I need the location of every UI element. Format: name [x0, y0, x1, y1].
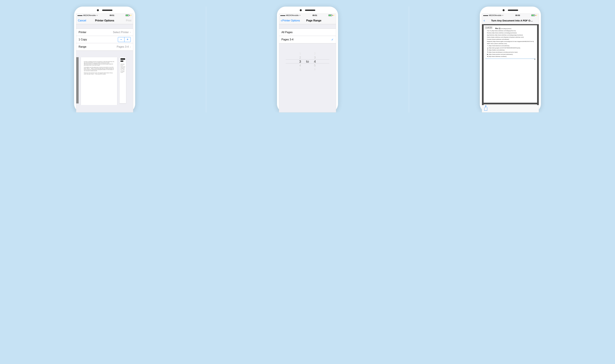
pdf-link: Watch Store (//store.cultofmac.com/): [487, 43, 535, 44]
navbar: Cancel Printer Options Print: [76, 17, 133, 24]
pdf-viewer[interactable]: 1 of 23 Mac (/).com/category/news/) How-…: [482, 24, 539, 112]
wifi-icon: ᯤ: [96, 14, 98, 16]
stepper-minus-button[interactable]: −: [118, 37, 124, 42]
preview-text: Once installed, one of the easiest ways …: [84, 67, 114, 71]
wifi-icon: ᯤ: [502, 14, 504, 16]
picker-from-value: 3: [299, 60, 301, 63]
preview-prev-page[interactable]: [76, 57, 79, 103]
printer-label: Printer: [79, 31, 86, 34]
carrier: MEDIONmobile: [286, 14, 299, 16]
copies-stepper[interactable]: − +: [118, 37, 131, 42]
all-pages-cell[interactable]: All Pages: [279, 29, 336, 36]
battery-icon: [126, 14, 129, 16]
chevron-right-icon: ›: [130, 30, 131, 34]
copies-cell: 1 Copy − +: [76, 36, 133, 43]
selected-range-label: Pages 3-4: [281, 38, 293, 41]
pdf-link: Magazine (https://itunes.apple.com/us/ap…: [487, 41, 535, 42]
toolbar: [482, 105, 539, 112]
share-icon[interactable]: [484, 107, 487, 111]
range-label: Range: [79, 45, 86, 48]
chevron-right-icon: ›: [130, 45, 131, 49]
pdf-link: Reviews (http://www.cultofmac.com/catego…: [487, 32, 535, 34]
picker-from[interactable]: 1 2 3 4 5: [299, 52, 301, 71]
preview-text: Simply tap on the document to open it, t…: [84, 72, 114, 75]
printer-cell[interactable]: Printer Select Printer›: [76, 29, 133, 36]
picker-to-label: to: [306, 60, 309, 64]
page-count-badge: 1 of 23: [485, 26, 493, 29]
pdf-link: Podcast (//www.cultofmac.com/cultcast/): [487, 39, 535, 40]
status-bar: MEDIONmobileᯤ 09:51 ⚡: [279, 14, 336, 17]
preview-page-3[interactable]: but if this is something you'll want to …: [81, 57, 117, 105]
pdf-page-1[interactable]: 1 of 23 Mac (/).com/category/news/) How-…: [484, 25, 537, 103]
clock: 09:51: [109, 14, 114, 16]
clock: 09:50: [515, 14, 520, 16]
phone-pdf-viewer: MEDIONmobileᯤ 09:50 ⚡ ‹ Turn Any Documen…: [480, 7, 541, 112]
page-preview[interactable]: but if this is something you'll want to …: [76, 51, 133, 105]
range-picker[interactable]: 1 2 3 4 5 to 2 3 4 5 6: [279, 45, 336, 78]
phone-page-range: MEDIONmobileᯤ 09:51 ⚡ ‹Printer Options P…: [277, 7, 338, 112]
hamburger-icon: ≡: [534, 58, 535, 61]
nav-title: Printer Options: [95, 19, 114, 22]
stepper-plus-button[interactable]: +: [124, 37, 131, 42]
cancel-button[interactable]: Cancel: [78, 19, 89, 22]
range-value: Pages 3-4: [117, 45, 129, 48]
copies-label: 1 Copy: [79, 38, 87, 41]
options-list: Printer Select Printer› 1 Copy − + Range…: [76, 28, 133, 51]
picker-to[interactable]: 2 3 4 5 6: [314, 52, 316, 71]
google-plus-icon: g: [487, 47, 488, 49]
printer-value: Select Printer: [113, 31, 129, 34]
chevron-left-icon: ‹: [281, 18, 282, 23]
battery-icon: [328, 14, 332, 16]
range-list: All Pages Pages 3-4 ✓: [279, 28, 336, 43]
navbar: ‹Printer Options Page Range: [279, 17, 336, 24]
chevron-left-icon: ‹: [484, 18, 485, 23]
picker-to-value: 4: [314, 60, 316, 63]
rss-icon: ≋: [487, 56, 488, 57]
stumbleupon-icon: ⚘: [487, 52, 488, 53]
status-bar: MEDIONmobileᯤ 09:51 ⚡: [76, 14, 133, 17]
nav-title: Turn Any Document Into A PDF On Y...: [491, 19, 534, 22]
checkmark-icon: ✓: [331, 38, 334, 41]
print-button[interactable]: Print: [120, 19, 131, 22]
pdf-link: Deals (//deals.cultofmac.com/) Buyback (…: [487, 37, 535, 38]
preview-next-page[interactable]: Lorem ipsum dolor sit amet text here (ht…: [120, 57, 126, 103]
back-button[interactable]: ‹Printer Options: [281, 18, 300, 23]
pdf-link: App Business (http://www.cultofmac.com/c…: [487, 34, 535, 36]
twitter-icon: ✈: [487, 49, 488, 51]
facebook-icon: f: [487, 45, 488, 47]
battery-icon: [531, 14, 535, 16]
selected-range-cell[interactable]: Pages 3-4 ✓: [279, 36, 336, 43]
pdf-link: How-To (http://www.cultofmac.com/categor…: [487, 30, 535, 31]
nav-title: Page Range: [306, 19, 321, 22]
clock: 09:51: [313, 14, 317, 16]
status-bar: MEDIONmobileᯤ 09:50 ⚡: [482, 14, 539, 17]
pdf-heading: Mac (/): [495, 27, 500, 29]
range-cell[interactable]: Range Pages 3-4›: [76, 43, 133, 51]
back-label: Printer Options: [282, 19, 300, 22]
navbar: ‹ Turn Any Document Into A PDF On Y...: [482, 17, 539, 24]
phone-printer-options: MEDIONmobileᯤ 09:51 ⚡ Cancel Printer Opt…: [74, 7, 135, 112]
preview-text: but if this is something you'll want to …: [84, 61, 114, 66]
carrier: MEDIONmobile: [489, 14, 501, 16]
wifi-icon: ᯤ: [299, 14, 301, 16]
all-pages-label: All Pages: [281, 31, 293, 34]
carrier: MEDIONmobile: [83, 14, 96, 16]
youtube-icon: ▶: [487, 53, 488, 55]
